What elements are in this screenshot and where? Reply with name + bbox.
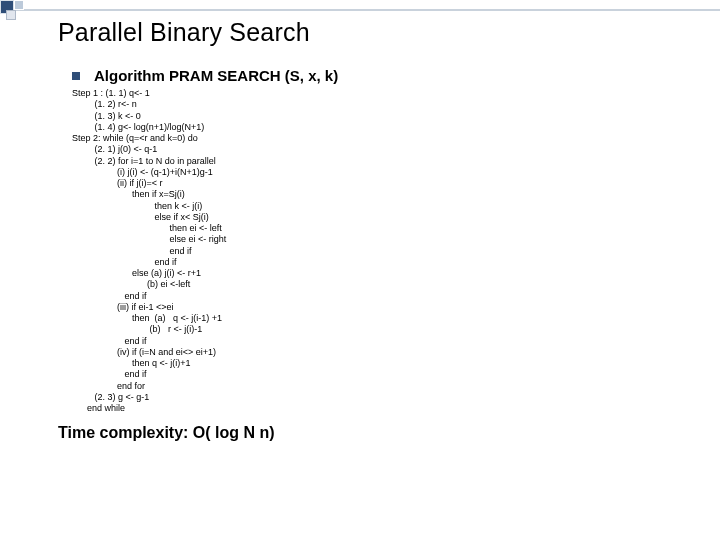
algorithm-heading: Algorithm PRAM SEARCH (S, x, k)	[72, 67, 700, 84]
time-complexity: Time complexity: O( log N n)	[58, 424, 700, 442]
page-title: Parallel Binary Search	[58, 18, 700, 47]
header-square-1	[0, 0, 14, 14]
header-decoration	[0, 0, 720, 18]
slide-body: Parallel Binary Search Algorithm PRAM SE…	[58, 18, 700, 442]
algorithm-pseudocode: Step 1 : (1. 1) q<- 1 (1. 2) r<- n (1. 3…	[72, 88, 700, 414]
square-bullet-icon	[72, 72, 80, 80]
header-rule	[0, 9, 720, 11]
algorithm-heading-label: Algorithm PRAM SEARCH (S, x, k)	[94, 67, 338, 84]
header-square-2	[14, 0, 24, 10]
header-square-3	[6, 10, 16, 20]
